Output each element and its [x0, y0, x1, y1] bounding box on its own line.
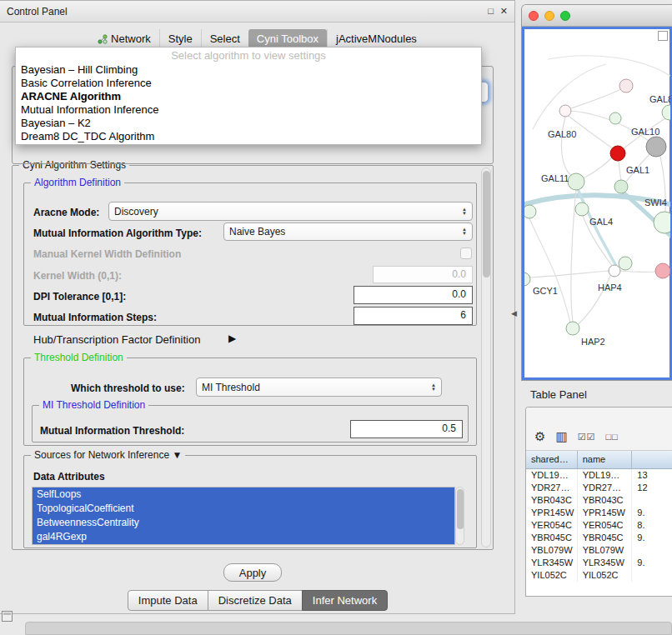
- mi-steps-input[interactable]: 6: [354, 307, 473, 325]
- table-cell: 13: [632, 469, 672, 482]
- network-edge[interactable]: [533, 64, 606, 129]
- network-edge[interactable]: [620, 271, 658, 272]
- network-node[interactable]: [619, 257, 632, 270]
- network-canvas[interactable]: GAL8GAL80GAL10GAL11GAL1SWI4GAL4GCY1HAP4H…: [522, 27, 672, 380]
- mi-steps-label: Mutual Information Steps:: [33, 312, 157, 323]
- float-panel-icon[interactable]: □: [488, 7, 494, 16]
- minimize-window-icon[interactable]: [544, 11, 554, 21]
- table-cell: [632, 544, 672, 557]
- table-row[interactable]: YPR145WYPR145W9.: [526, 507, 672, 519]
- algorithm-option[interactable]: Basic Correlation Inference: [16, 77, 481, 90]
- tab-network[interactable]: Network: [89, 29, 159, 48]
- list-scrollbar-thumb[interactable]: [457, 489, 464, 529]
- list-scrollbar[interactable]: [455, 487, 464, 545]
- network-window-titlebar[interactable]: [522, 5, 672, 27]
- network-node[interactable]: [646, 137, 666, 157]
- column-header[interactable]: [632, 451, 672, 468]
- network-node[interactable]: [610, 146, 625, 161]
- hub-definition-label[interactable]: Hub/Transcription Factor Definition: [33, 333, 200, 346]
- table-row[interactable]: YIL052CYIL052C: [526, 569, 672, 582]
- table-row[interactable]: YDR27…YDR27…12: [526, 482, 672, 494]
- network-node[interactable]: [568, 173, 584, 190]
- network-node[interactable]: [655, 263, 670, 278]
- algorithm-option[interactable]: Bayesian – K2: [16, 117, 481, 130]
- network-edge[interactable]: [571, 88, 623, 108]
- mi-type-combobox[interactable]: Naive Bayes ▲ ▼: [223, 222, 473, 241]
- network-node[interactable]: [654, 212, 670, 233]
- list-item[interactable]: SelfLoops: [33, 488, 454, 502]
- sources-group-title[interactable]: Sources for Network Inference ▼: [31, 449, 185, 461]
- mi-threshold-input[interactable]: 0.5: [350, 420, 463, 438]
- network-node[interactable]: [662, 105, 670, 120]
- collapsed-arrow-icon[interactable]: ▶: [228, 332, 236, 344]
- network-edge[interactable]: [582, 156, 614, 179]
- network-node[interactable]: [566, 322, 579, 335]
- network-node[interactable]: [524, 272, 530, 286]
- algorithm-option[interactable]: Mutual Information Inference: [16, 103, 481, 117]
- network-node[interactable]: [609, 112, 621, 124]
- algorithm-option-selected[interactable]: ARACNE Algorithm: [16, 90, 481, 103]
- algorithm-option[interactable]: Bayesian – Hill Climbing: [16, 63, 481, 77]
- network-node[interactable]: [614, 180, 628, 193]
- tab-cyni-toolbox[interactable]: Cyni Toolbox: [248, 29, 327, 48]
- dpi-tolerance-input[interactable]: 0.0: [354, 286, 473, 304]
- control-panel-tabs: Network Style Select Cyni Toolbox jActiv…: [0, 29, 514, 48]
- tab-style[interactable]: Style: [159, 29, 201, 48]
- network-edge[interactable]: [561, 117, 572, 176]
- tab-jactivemnodules[interactable]: jActiveMNodules: [327, 29, 425, 48]
- list-item[interactable]: gal4RGexp: [33, 530, 454, 544]
- kernel-width-input[interactable]: 0.0: [373, 266, 473, 283]
- tab-discretize-data[interactable]: Discretize Data: [208, 590, 303, 611]
- stepper-arrows-icon: ▲ ▼: [431, 383, 436, 392]
- close-window-icon[interactable]: [529, 11, 539, 21]
- network-edge[interactable]: [578, 189, 616, 266]
- deselect-all-checkboxes-icon[interactable]: □□: [605, 430, 618, 443]
- gear-icon[interactable]: ⚙: [534, 430, 545, 443]
- splitter-collapse-icon[interactable]: ◀: [511, 309, 517, 318]
- select-all-checkboxes-icon[interactable]: ☑☑: [578, 430, 596, 443]
- network-node[interactable]: [559, 105, 571, 117]
- algorithm-dropdown-placeholder: Select algorithm to view settings: [16, 49, 481, 63]
- network-edge[interactable]: [529, 271, 609, 278]
- restore-panel-icon[interactable]: [2, 611, 13, 622]
- close-panel-icon[interactable]: ✕: [500, 7, 508, 16]
- network-node[interactable]: [575, 202, 589, 216]
- table-cell: YIL052C: [578, 569, 633, 582]
- table-cell: YER054C: [526, 519, 578, 532]
- table-row[interactable]: YBL079WYBL079W: [526, 544, 672, 557]
- network-node[interactable]: [524, 205, 536, 218]
- table-row[interactable]: YER054CYER054C8.: [526, 519, 672, 532]
- tab-impute-data[interactable]: Impute Data: [128, 590, 208, 611]
- tab-label: Network: [111, 32, 151, 45]
- network-node[interactable]: [609, 265, 620, 277]
- table-row[interactable]: YBR043CYBR043C: [526, 494, 672, 507]
- apply-button[interactable]: Apply: [223, 563, 282, 582]
- network-svg: GAL8GAL80GAL10GAL11GAL1SWI4GAL4GCY1HAP4H…: [524, 29, 670, 379]
- network-node[interactable]: [619, 79, 633, 92]
- cyni-bottom-tabs: Impute Data Discretize Data Infer Networ…: [0, 590, 515, 611]
- settings-scrollbar-thumb[interactable]: [483, 171, 490, 278]
- tab-infer-network[interactable]: Infer Network: [302, 590, 388, 611]
- settings-scrollbar[interactable]: [481, 168, 491, 548]
- which-threshold-combobox[interactable]: MI Threshold ▲ ▼: [196, 378, 442, 397]
- canvas-corner-box[interactable]: [658, 31, 668, 41]
- network-icon: [98, 34, 108, 44]
- aracne-mode-combobox[interactable]: Discovery ▲ ▼: [108, 202, 473, 221]
- table-row[interactable]: YLR345WYLR345W9.: [526, 557, 672, 569]
- column-header[interactable]: shared…: [526, 451, 578, 468]
- algorithm-option[interactable]: Dream8 DC_TDC Algorithm: [16, 130, 481, 143]
- network-edge[interactable]: [619, 161, 621, 180]
- table-row[interactable]: YBR045CYBR045C9.: [526, 532, 672, 544]
- network-edge[interactable]: [548, 56, 670, 78]
- table-row[interactable]: YDL19…YDL19…13: [526, 469, 672, 482]
- columns-icon[interactable]: ▥: [555, 430, 567, 443]
- table-cell: YLR345W: [526, 557, 578, 569]
- list-item[interactable]: TopologicalCoefficient: [33, 502, 454, 516]
- column-header[interactable]: name: [578, 451, 633, 468]
- manual-kernel-checkbox[interactable]: [460, 248, 472, 259]
- list-item[interactable]: BetweennessCentrality: [33, 516, 454, 530]
- tab-select[interactable]: Select: [201, 29, 248, 48]
- zoom-window-icon[interactable]: [560, 11, 570, 21]
- data-attributes-list[interactable]: SelfLoops TopologicalCoefficient Between…: [32, 487, 455, 545]
- network-edge[interactable]: [529, 218, 570, 322]
